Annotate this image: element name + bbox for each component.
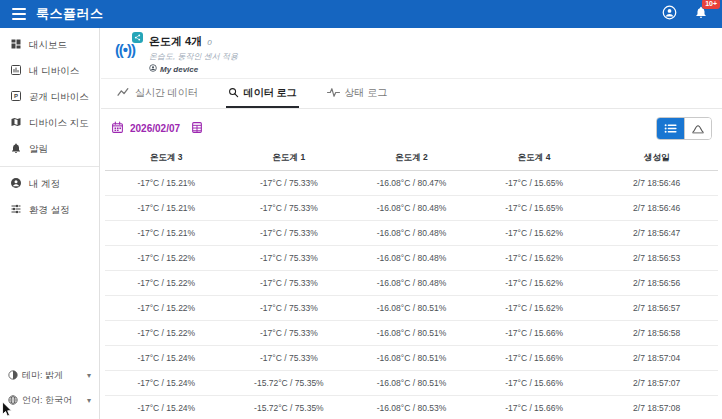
column-header: 생성일	[595, 146, 718, 171]
app-window: 룩스플러스 10+ 대시보드 내 디바이스 P	[0, 0, 722, 419]
log-controls: 2026/02/07	[101, 109, 722, 144]
table-row: -17°C / 15.21%-17°C / 75.33%-16.08°C / 8…	[105, 221, 718, 246]
column-header: 온도계 1	[228, 146, 351, 171]
table-cell: -17°C / 15.24%	[105, 346, 228, 371]
list-icon	[664, 120, 677, 138]
sidebar-item-public-devices[interactable]: P 공개 디바이스	[0, 84, 99, 110]
table-cell: -17°C / 15.66%	[473, 321, 596, 346]
table-cell: 2/7 18:56:46	[595, 171, 718, 196]
table-cell: -16.08°C / 80.51%	[350, 321, 473, 346]
table-cell: 2/7 18:56:57	[595, 296, 718, 321]
device-avatar: ((•))	[107, 34, 143, 64]
table-cell: 2/7 18:56:47	[595, 221, 718, 246]
globe-icon	[8, 395, 18, 407]
line-chart-icon	[117, 87, 130, 100]
table-cell: -17°C / 75.33%	[228, 221, 351, 246]
table-cell: -17°C / 15.65%	[473, 171, 596, 196]
device-header: ((•)) 온도계 4개 0 온습도, 동작인 센서 적용 My device	[101, 28, 722, 78]
account-icon	[662, 5, 677, 24]
sidebar-item-settings[interactable]: 환경 설정	[0, 197, 99, 223]
account-button[interactable]	[660, 5, 678, 23]
table-cell: -15.72°C / 75.35%	[228, 396, 351, 419]
device-ownership-label: My device	[160, 65, 198, 74]
table-body: -17°C / 15.21%-17°C / 75.33%-16.08°C / 8…	[105, 171, 718, 419]
table-cell: -17°C / 15.62%	[473, 221, 596, 246]
table-row: -17°C / 15.22%-17°C / 75.33%-16.08°C / 8…	[105, 271, 718, 296]
table-cell: -16.08°C / 80.48%	[350, 246, 473, 271]
table-cell: -17°C / 15.22%	[105, 296, 228, 321]
table-cell: -17°C / 15.62%	[473, 296, 596, 321]
sidebar-item-my-account[interactable]: 내 계정	[0, 171, 99, 197]
column-header: 온도계 2	[350, 146, 473, 171]
public-devices-icon: P	[10, 90, 22, 104]
language-label: 언어: 한국어	[22, 394, 72, 407]
table-cell: -16.08°C / 80.51%	[350, 371, 473, 396]
sidebar-item-notifications[interactable]: 알림	[0, 136, 99, 162]
notifications-button[interactable]: 10+	[692, 5, 710, 23]
tune-icon	[10, 203, 22, 217]
notification-count-badge: 10+	[702, 0, 720, 9]
app-title: 룩스플러스	[36, 5, 104, 23]
chevron-down-icon: ▾	[87, 371, 91, 380]
chart-view-button[interactable]	[684, 118, 711, 139]
table-cell: -17°C / 15.62%	[473, 246, 596, 271]
tab-realtime-data[interactable]: 실시간 데이터	[115, 79, 200, 108]
table-cell: -16.08°C / 80.48%	[350, 196, 473, 221]
table-cell: -16.08°C / 80.51%	[350, 346, 473, 371]
sidebar-item-label: 공개 디바이스	[29, 91, 89, 104]
tab-label: 실시간 데이터	[135, 86, 198, 100]
table-cell: -17°C / 15.66%	[473, 371, 596, 396]
tab-data-log[interactable]: 데이터 로그	[226, 79, 299, 108]
view-mode-toggle	[656, 117, 712, 140]
pulse-icon	[327, 87, 340, 100]
table-cell: -17°C / 15.22%	[105, 321, 228, 346]
table-cell: 2/7 18:57:07	[595, 371, 718, 396]
table-cell: -17°C / 15.22%	[105, 271, 228, 296]
sidebar-item-dashboard[interactable]: 대시보드	[0, 32, 99, 58]
table-cell: 2/7 18:56:56	[595, 271, 718, 296]
table-cell: -17°C / 15.66%	[473, 396, 596, 419]
sidebar: 대시보드 내 디바이스 P 공개 디바이스 디바이스 지도 알림 내 계정 환경…	[0, 28, 100, 419]
distribution-chart-icon	[691, 120, 705, 138]
theme-selector[interactable]: 테마: 밝게 ▾	[0, 363, 99, 388]
export-table-button[interactable]	[190, 120, 204, 138]
table-cell: -17°C / 15.66%	[473, 346, 596, 371]
sidebar-item-label: 알림	[29, 143, 48, 156]
table-row: -17°C / 15.21%-17°C / 75.33%-16.08°C / 8…	[105, 196, 718, 221]
table-cell: 2/7 18:57:04	[595, 346, 718, 371]
table-cell: -17°C / 15.65%	[473, 196, 596, 221]
map-icon	[10, 116, 22, 130]
sidebar-item-device-map[interactable]: 디바이스 지도	[0, 110, 99, 136]
svg-text:P: P	[14, 93, 18, 99]
table-cell: -16.08°C / 80.53%	[350, 396, 473, 419]
broadcast-icon: ((•))	[115, 41, 135, 58]
table-cell: -16.08°C / 80.48%	[350, 271, 473, 296]
table-row: -17°C / 15.21%-17°C / 75.33%-16.08°C / 8…	[105, 171, 718, 196]
table-cell: 2/7 18:56:58	[595, 321, 718, 346]
date-picker[interactable]: 2026/02/07	[111, 120, 180, 138]
table-cell: -17°C / 75.33%	[228, 246, 351, 271]
column-header: 온도계 4	[473, 146, 596, 171]
tab-status-log[interactable]: 상태 로그	[325, 79, 390, 108]
language-selector[interactable]: 언어: 한국어 ▾	[0, 388, 99, 413]
table-cell: -17°C / 15.24%	[105, 396, 228, 419]
sidebar-item-my-devices[interactable]: 내 디바이스	[0, 58, 99, 84]
table-cell: -17°C / 75.33%	[228, 321, 351, 346]
selected-date: 2026/02/07	[130, 123, 180, 134]
bell-icon	[10, 142, 22, 156]
data-log-table: 온도계 3 온도계 1 온도계 2 온도계 4 생성일 -17°C / 15.2…	[105, 146, 718, 419]
table-cell: -17°C / 75.33%	[228, 196, 351, 221]
table-cell: -17°C / 15.21%	[105, 221, 228, 246]
device-name-suffix: 0	[207, 38, 211, 47]
table-cell: -17°C / 75.33%	[228, 171, 351, 196]
top-app-bar: 룩스플러스 10+	[0, 0, 722, 28]
owner-icon	[149, 64, 157, 74]
menu-icon[interactable]	[12, 8, 26, 20]
search-icon	[228, 87, 239, 100]
table-cell: -17°C / 15.21%	[105, 171, 228, 196]
device-chart-icon	[10, 64, 22, 78]
list-view-button[interactable]	[657, 118, 684, 139]
calendar-icon	[111, 120, 124, 138]
sidebar-divider	[0, 166, 99, 167]
table-row: -17°C / 15.24%-15.72°C / 75.35%-16.08°C …	[105, 371, 718, 396]
